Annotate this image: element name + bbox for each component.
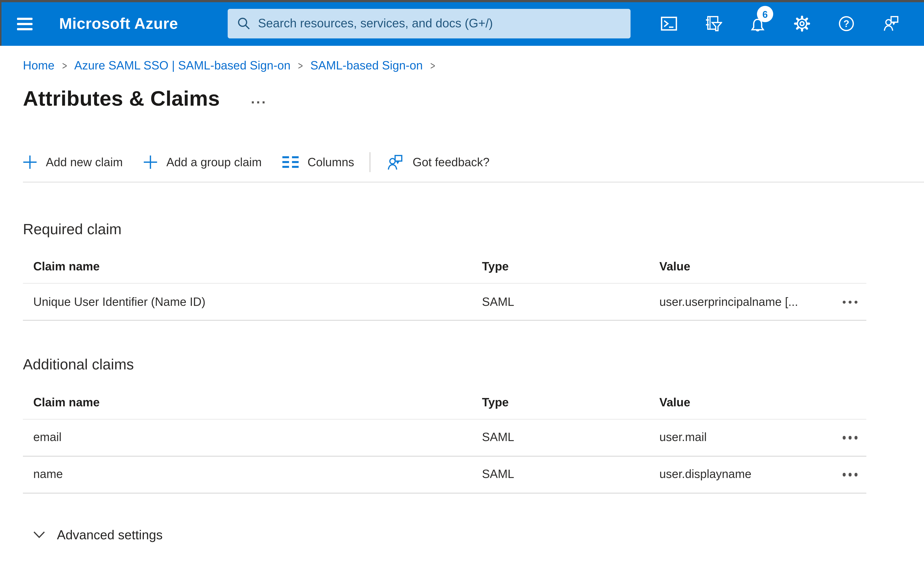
claim-name-cell[interactable]: Unique User Identifier (Name ID) <box>23 296 482 309</box>
table-row[interactable]: Unique User Identifier (Name ID) SAML us… <box>23 284 866 321</box>
columns-button[interactable]: Columns <box>282 156 354 169</box>
global-search[interactable] <box>228 8 630 38</box>
breadcrumb-app-signon[interactable]: Azure SAML SSO | SAML-based Sign-on <box>74 59 290 72</box>
add-new-claim-button[interactable]: Add new claim <box>23 155 123 169</box>
toolbar-rule <box>23 181 924 182</box>
columns-icon <box>282 156 299 168</box>
advanced-settings-toggle[interactable]: Advanced settings <box>23 528 924 543</box>
search-icon <box>237 16 251 30</box>
claim-name-cell[interactable]: email <box>23 431 482 444</box>
add-group-claim-button[interactable]: Add a group claim <box>144 155 262 169</box>
window-chrome: Microsoft Azure <box>0 0 924 45</box>
plus-icon <box>23 155 37 169</box>
breadcrumb-separator-icon: > <box>62 59 67 72</box>
breadcrumb-home[interactable]: Home <box>23 59 54 72</box>
column-header-value: Value <box>659 260 834 274</box>
claim-type-cell: SAML <box>482 431 659 444</box>
required-claim-table: Claim name Type Value Unique User Identi… <box>23 251 866 321</box>
breadcrumb-separator-icon: > <box>298 59 303 72</box>
cloudshell-icon[interactable] <box>660 15 678 33</box>
feedback-icon <box>386 153 404 171</box>
plus-icon <box>144 155 157 169</box>
table-header-row: Claim name Type Value <box>23 387 866 419</box>
breadcrumb: Home > Azure SAML SSO | SAML-based Sign-… <box>23 59 924 72</box>
claim-value-cell: user.displayname <box>659 468 834 481</box>
got-feedback-button[interactable]: Got feedback? <box>386 153 490 171</box>
claim-value-cell: user.userprincipalname [... <box>659 296 834 309</box>
page-content: Home > Azure SAML SSO | SAML-based Sign-… <box>0 59 924 543</box>
command-bar: Add new claim Add a group claim Colum <box>23 152 924 173</box>
topbar-actions: 6 <box>660 2 899 45</box>
page-title: Attributes & Claims <box>23 86 220 111</box>
columns-label: Columns <box>307 156 354 169</box>
row-menu-icon[interactable] <box>834 284 866 320</box>
help-icon[interactable]: ? <box>838 15 855 33</box>
hamburger-menu-icon[interactable] <box>17 17 33 30</box>
row-menu-icon[interactable] <box>834 419 866 456</box>
topbar: Microsoft Azure <box>2 2 924 45</box>
title-row: Attributes & Claims ... <box>23 83 924 114</box>
search-input[interactable] <box>258 16 630 30</box>
settings-gear-icon[interactable] <box>793 15 811 33</box>
column-header-value: Value <box>659 396 834 409</box>
column-header-type: Type <box>482 260 659 274</box>
breadcrumb-separator-icon: > <box>430 59 435 72</box>
table-row[interactable]: email SAML user.mail <box>23 419 866 457</box>
svg-text:?: ? <box>843 18 849 29</box>
column-header-type: Type <box>482 396 659 409</box>
claim-value-cell: user.mail <box>659 431 834 444</box>
row-menu-icon[interactable] <box>834 457 866 493</box>
notification-badge: 6 <box>757 6 773 22</box>
claim-name-cell[interactable]: name <box>23 468 482 481</box>
table-row[interactable]: name SAML user.displayname <box>23 457 866 494</box>
toolbar-divider <box>370 152 371 172</box>
advanced-settings-label: Advanced settings <box>57 528 163 543</box>
column-header-claim-name: Claim name <box>23 396 482 409</box>
azure-portal-page: Microsoft Azure <box>0 0 924 584</box>
claim-type-cell: SAML <box>482 296 659 309</box>
chevron-down-icon <box>33 531 45 539</box>
notifications-bell-icon[interactable]: 6 <box>749 15 767 33</box>
table-header-row: Claim name Type Value <box>23 251 866 284</box>
add-new-claim-label: Add new claim <box>46 156 123 169</box>
additional-claims-heading: Additional claims <box>23 355 924 374</box>
claim-type-cell: SAML <box>482 468 659 481</box>
feedback-icon[interactable] <box>882 15 899 33</box>
breadcrumb-saml-signon[interactable]: SAML-based Sign-on <box>310 59 422 72</box>
required-claim-heading: Required claim <box>23 219 924 239</box>
column-header-claim-name: Claim name <box>23 260 482 274</box>
additional-claims-table: Claim name Type Value email SAML user.ma… <box>23 387 866 494</box>
brand-title[interactable]: Microsoft Azure <box>59 15 178 33</box>
directories-filter-icon[interactable] <box>705 15 722 33</box>
got-feedback-label: Got feedback? <box>412 156 490 169</box>
add-group-claim-label: Add a group claim <box>166 156 262 169</box>
